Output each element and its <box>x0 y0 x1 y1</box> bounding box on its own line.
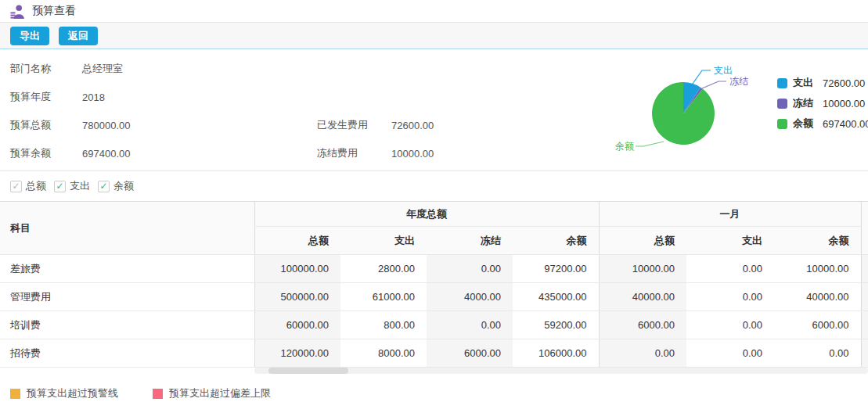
legend-item: 支出72600.00 <box>777 73 868 93</box>
expense-checkbox[interactable]: ✓ <box>54 181 66 192</box>
value-cell: 0.00 <box>427 311 513 339</box>
frozen-expense-value: 10000.00 <box>391 148 434 160</box>
person-report-icon <box>9 3 26 20</box>
deviation-limit-legend-label: 预算支出超过偏差上限 <box>169 386 271 400</box>
budget-table: 科目年度总额一月总额支出冻结余额总额支出余额差旅费100000.002800.0… <box>0 201 868 368</box>
sub-column-header: 冻结 <box>427 227 513 255</box>
value-cell: 40000.00 <box>774 283 861 311</box>
subject-cell: 招待费 <box>0 339 254 368</box>
budget-view-page: 预算查看 导出 返回 部门名称 总经理室 预算年度 2018 预算总额 7800… <box>0 0 868 402</box>
legend-value: 697400.00 <box>823 118 868 130</box>
budget-balance-label: 预算余额 <box>10 146 82 160</box>
sub-column-header: 支出 <box>686 227 774 255</box>
value-cell: 2800.00 <box>340 255 427 283</box>
horizontal-scrollbar[interactable] <box>254 368 868 374</box>
title-bar: 预算查看 <box>0 0 868 23</box>
expense-checkbox-label: 支出 <box>70 179 90 193</box>
budget-summary-section: 部门名称 总经理室 预算年度 2018 预算总额 780000.00 已发生费用… <box>0 49 868 171</box>
legend-label: 余额 <box>793 117 815 131</box>
total-checkbox[interactable]: ✓ <box>10 181 22 192</box>
pie-label-frozen: 冻结 <box>729 76 748 87</box>
group-header: 年度总额 <box>254 202 599 227</box>
clipped-next-column-cell <box>861 311 868 339</box>
legend-item: 冻结10000.00 <box>777 93 868 113</box>
value-cell: 6000.00 <box>774 311 861 339</box>
pie-label-balance: 余额 <box>615 141 634 152</box>
pie-slice <box>652 82 715 145</box>
value-cell: 60000.00 <box>254 311 340 339</box>
sub-column-header: 余额 <box>513 227 599 255</box>
legend-label: 支出 <box>793 76 815 90</box>
group-header: 一月 <box>599 202 861 227</box>
budget-year-label: 预算年度 <box>10 90 82 104</box>
table-row: 培训费60000.00800.000.0059200.006000.000.00… <box>0 311 868 339</box>
incurred-expense-label: 已发生费用 <box>317 118 391 132</box>
subject-cell: 管理费用 <box>0 283 254 311</box>
back-button[interactable]: 返回 <box>59 27 98 45</box>
warning-line-color-swatch <box>10 389 20 399</box>
value-cell: 0.00 <box>686 283 774 311</box>
legend-value: 72600.00 <box>823 77 865 89</box>
table-row: 招待费120000.008000.006000.00106000.000.000… <box>0 339 868 368</box>
value-cell: 61000.00 <box>340 283 427 311</box>
clipped-next-column-cell <box>861 339 868 368</box>
subject-column-header: 科目 <box>0 202 254 255</box>
value-cell: 40000.00 <box>599 283 686 311</box>
value-cell: 8000.00 <box>340 339 427 368</box>
deviation-limit-legend-item: 预算支出超过偏差上限 <box>153 386 271 400</box>
horizontal-scrollbar-thumb[interactable] <box>268 368 348 374</box>
legend-color-swatch <box>777 78 787 88</box>
pie-label-expense: 支出 <box>714 65 733 76</box>
frozen-expense-label: 冻结费用 <box>317 146 391 160</box>
toolbar: 导出 返回 <box>0 23 868 49</box>
chart-legend: 支出72600.00冻结10000.00余额697400.00 <box>777 73 868 134</box>
filter-expense: ✓ 支出 <box>54 179 90 193</box>
value-cell: 0.00 <box>686 311 774 339</box>
value-cell: 435000.00 <box>513 283 599 311</box>
value-cell: 6000.00 <box>427 339 513 368</box>
warning-line-legend-label: 预算支出超过预警线 <box>27 386 118 400</box>
legend-item: 余额697400.00 <box>777 113 868 134</box>
legend-label: 冻结 <box>793 96 815 110</box>
budget-balance-value: 697400.00 <box>82 148 317 160</box>
value-cell: 0.00 <box>427 255 513 283</box>
clipped-next-column-header <box>861 202 868 255</box>
value-cell: 100000.00 <box>254 255 340 283</box>
value-cell: 120000.00 <box>254 339 340 368</box>
value-cell: 0.00 <box>774 339 861 368</box>
sub-column-header: 余额 <box>774 227 861 255</box>
value-cell: 500000.00 <box>254 283 340 311</box>
value-cell: 10000.00 <box>774 255 861 283</box>
sub-column-header: 总额 <box>254 227 340 255</box>
filter-balance: ✓ 余额 <box>98 179 134 193</box>
dept-name-value: 总经理室 <box>82 62 123 76</box>
value-cell: 0.00 <box>686 339 774 368</box>
value-cell: 0.00 <box>686 255 774 283</box>
value-cell: 800.00 <box>340 311 427 339</box>
subject-cell: 培训费 <box>0 311 254 339</box>
page-title: 预算查看 <box>32 4 76 18</box>
column-filter-bar: ✓ 总额 ✓ 支出 ✓ 余额 <box>0 171 868 201</box>
legend-color-swatch <box>777 99 787 109</box>
dept-name-label: 部门名称 <box>10 62 82 76</box>
table-row: 管理费用500000.0061000.004000.00435000.00400… <box>0 283 868 311</box>
table-row: 差旅费100000.002800.000.0097200.0010000.000… <box>0 255 868 283</box>
sub-column-header: 支出 <box>340 227 427 255</box>
incurred-expense-value: 72600.00 <box>391 120 434 131</box>
clipped-next-column-cell <box>861 255 868 283</box>
balance-checkbox-label: 余额 <box>113 179 134 193</box>
value-cell: 6000.00 <box>599 311 686 339</box>
legend-color-swatch <box>777 119 787 129</box>
total-checkbox-label: 总额 <box>26 179 46 193</box>
budget-total-value: 780000.00 <box>82 120 317 131</box>
value-cell: 0.00 <box>599 339 686 368</box>
balance-checkbox[interactable]: ✓ <box>98 181 110 192</box>
warning-line-legend-item: 预算支出超过预警线 <box>10 386 118 400</box>
budget-pie-chart: 支出 冻结 余额 支出72600.00冻结10000.00余额697400.00 <box>609 60 868 170</box>
value-cell: 97200.00 <box>513 255 599 283</box>
filter-total: ✓ 总额 <box>10 179 46 193</box>
export-button[interactable]: 导出 <box>10 27 49 45</box>
value-cell: 106000.00 <box>513 339 599 368</box>
deviation-limit-color-swatch <box>153 389 163 399</box>
budget-year-value: 2018 <box>82 92 105 103</box>
